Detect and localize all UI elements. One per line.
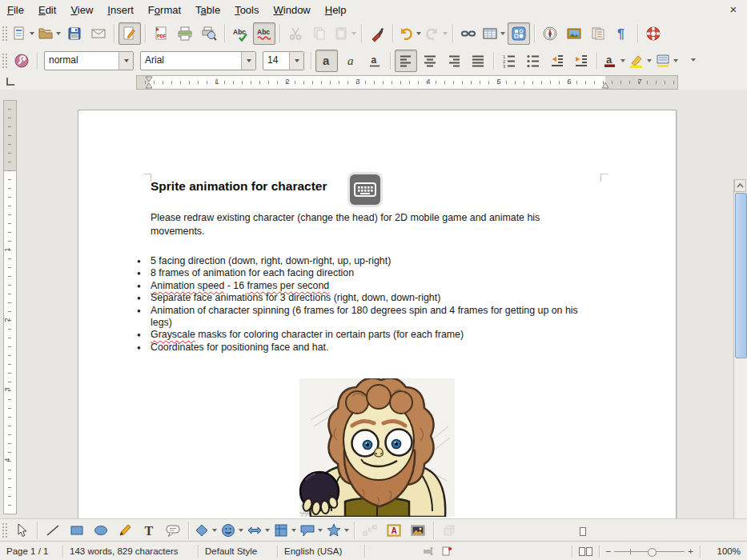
underline-button[interactable]: a bbox=[363, 50, 386, 72]
menu-table[interactable]: Table bbox=[188, 1, 227, 20]
draw-functions-button[interactable] bbox=[508, 22, 530, 45]
font-name-combo[interactable]: Arial bbox=[140, 51, 256, 70]
ellipse-button[interactable] bbox=[90, 519, 112, 542]
hyperlink-button[interactable] bbox=[457, 22, 480, 45]
align-center-button[interactable] bbox=[419, 50, 441, 72]
stars-button[interactable] bbox=[325, 519, 350, 542]
list-item[interactable]: 5 facing direction (down, right, down-ri… bbox=[137, 255, 601, 267]
formatting-marks-button[interactable]: ¶ bbox=[611, 22, 633, 45]
line-button[interactable] bbox=[42, 519, 64, 542]
vertical-scrollbar[interactable] bbox=[733, 179, 747, 518]
highlight-color-button[interactable] bbox=[628, 50, 653, 72]
export-pdf-button[interactable]: PDF bbox=[150, 22, 172, 45]
list-item[interactable]: Animation speed - 16 frames per second bbox=[137, 280, 601, 292]
keyboard-icon[interactable] bbox=[350, 174, 380, 205]
paste-dropdown-icon[interactable] bbox=[351, 32, 356, 35]
font-color-dropdown-icon[interactable] bbox=[620, 59, 625, 62]
status-word-count[interactable]: 143 words, 829 characters bbox=[63, 546, 198, 556]
stars-dropdown-icon[interactable] bbox=[344, 529, 349, 532]
zoom-level[interactable]: 100% bbox=[701, 546, 747, 556]
ordered-list-button[interactable]: 123 bbox=[498, 50, 520, 72]
styles-icon-button[interactable] bbox=[10, 50, 33, 72]
symbol-shapes-dropdown-icon[interactable] bbox=[239, 529, 243, 532]
highlight-color-dropdown-icon[interactable] bbox=[647, 59, 652, 62]
font-name-dropdown-icon[interactable] bbox=[241, 52, 255, 70]
align-right-button[interactable] bbox=[443, 50, 465, 72]
insert-text-button[interactable]: T bbox=[138, 519, 160, 542]
list-item[interactable]: Coordinates for positioning face and hat… bbox=[137, 342, 601, 354]
intro-paragraph[interactable]: Please redraw existing character (change… bbox=[151, 211, 580, 238]
paragraph-background-dropdown-icon[interactable] bbox=[673, 59, 678, 62]
symbol-shapes-button[interactable] bbox=[219, 519, 244, 542]
menu-help[interactable]: Help bbox=[318, 1, 354, 20]
font-name-value[interactable]: Arial bbox=[141, 52, 241, 70]
menu-insert[interactable]: Insert bbox=[100, 1, 141, 20]
auto-spellcheck-button[interactable]: Abc bbox=[253, 22, 275, 45]
font-color-button[interactable]: a bbox=[601, 50, 626, 72]
multi-page-view-icon[interactable] bbox=[579, 546, 592, 557]
rectangle-button[interactable] bbox=[66, 519, 88, 542]
email-button[interactable] bbox=[87, 22, 110, 45]
list-item[interactable]: Separate face animations for 3 direction… bbox=[137, 292, 601, 304]
new-document-dropdown-icon[interactable] bbox=[30, 32, 34, 35]
list-item[interactable]: Grayscale masks for coloring character i… bbox=[137, 329, 601, 341]
save-button[interactable] bbox=[63, 22, 86, 45]
document-title-text[interactable]: Sprite animation for character bbox=[151, 179, 327, 194]
basic-shapes-dropdown-icon[interactable] bbox=[212, 529, 217, 532]
table-dropdown-icon[interactable] bbox=[500, 32, 505, 35]
flowchart-dropdown-icon[interactable] bbox=[291, 529, 296, 532]
menu-format[interactable]: Format bbox=[141, 1, 188, 20]
basic-shapes-button[interactable] bbox=[193, 519, 218, 542]
clone-formatting-button[interactable] bbox=[366, 22, 388, 45]
redo-dropdown-icon[interactable] bbox=[443, 32, 448, 35]
window-close-button[interactable]: × bbox=[726, 2, 741, 16]
undo-button[interactable] bbox=[397, 22, 422, 45]
single-page-view-icon[interactable] bbox=[579, 526, 592, 537]
zoom-slider-thumb[interactable] bbox=[648, 548, 657, 557]
callout-button[interactable] bbox=[162, 519, 184, 542]
paragraph-background-button[interactable] bbox=[654, 50, 679, 72]
table-button[interactable] bbox=[481, 22, 506, 45]
zoom-out-icon[interactable]: − bbox=[606, 546, 612, 556]
list-item[interactable]: 8 frames of animation for each facing di… bbox=[137, 267, 601, 279]
block-arrows-dropdown-icon[interactable] bbox=[265, 529, 270, 532]
print-button[interactable] bbox=[174, 22, 196, 45]
list-item[interactable]: Animation of character spinning (6 frame… bbox=[137, 305, 601, 330]
status-page-style[interactable]: Default Style bbox=[199, 546, 277, 556]
font-size-value[interactable]: 14 bbox=[263, 52, 289, 70]
scrollbar-thumb[interactable] bbox=[735, 193, 747, 358]
font-size-combo[interactable]: 14 bbox=[263, 51, 304, 70]
status-language[interactable]: English (USA) bbox=[278, 546, 364, 556]
edit-mode-button[interactable] bbox=[118, 22, 141, 45]
toolbar-grip[interactable] bbox=[2, 522, 7, 538]
menu-window[interactable]: Window bbox=[267, 1, 318, 20]
navigator-button[interactable] bbox=[539, 22, 561, 45]
help-button[interactable] bbox=[642, 22, 665, 45]
unordered-list-button[interactable] bbox=[522, 50, 544, 72]
paragraph-style-dropdown-icon[interactable] bbox=[118, 52, 133, 70]
right-indent-marker-icon[interactable] bbox=[601, 82, 609, 89]
character-image[interactable] bbox=[299, 378, 455, 517]
menu-view[interactable]: View bbox=[63, 1, 100, 20]
paragraph-style-combo[interactable]: normal bbox=[44, 51, 134, 70]
spelling-button[interactable]: Abc bbox=[229, 22, 251, 45]
align-justify-button[interactable] bbox=[467, 50, 489, 72]
toolbar-grip[interactable] bbox=[2, 53, 7, 69]
freeform-line-button[interactable] bbox=[114, 519, 136, 542]
italic-button[interactable]: a bbox=[339, 50, 362, 72]
left-indent-marker-icon[interactable] bbox=[145, 76, 153, 89]
align-left-button[interactable] bbox=[395, 50, 417, 72]
open-button[interactable] bbox=[37, 22, 62, 45]
document-page[interactable]: Sprite animation for character Please re… bbox=[78, 110, 677, 518]
selection-mode-icon[interactable] bbox=[423, 546, 434, 556]
select-button[interactable] bbox=[10, 519, 33, 542]
decrease-indent-button[interactable] bbox=[546, 50, 568, 72]
requirements-list[interactable]: 5 facing direction (down, right, down-ri… bbox=[137, 255, 601, 354]
font-size-dropdown-icon[interactable] bbox=[289, 52, 303, 70]
menu-file[interactable]: File bbox=[0, 1, 31, 20]
toolbar-grip[interactable] bbox=[2, 26, 7, 42]
zoom-in-icon[interactable]: + bbox=[688, 546, 693, 556]
data-sources-button[interactable] bbox=[587, 22, 609, 45]
print-preview-button[interactable] bbox=[198, 22, 220, 45]
vertical-ruler[interactable]: 1234 bbox=[3, 100, 17, 514]
